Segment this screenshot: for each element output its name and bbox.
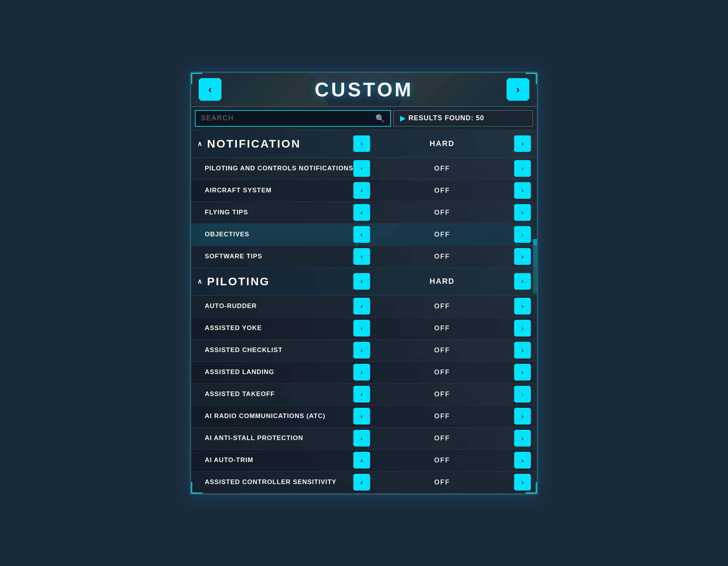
value-display-piloting-6: OFF <box>370 434 514 442</box>
section-value-notification: HARD <box>370 139 514 148</box>
value-prev-btn-piloting-8[interactable]: ‹ <box>353 474 370 491</box>
value-control-piloting-4: ‹ OFF › <box>353 386 531 402</box>
header: ‹ CUSTOM › <box>191 73 537 107</box>
value-next-btn-notification-2[interactable]: › <box>514 204 531 221</box>
page-title: CUSTOM <box>221 78 507 101</box>
value-prev-btn-piloting-7[interactable]: ‹ <box>353 452 370 469</box>
value-prev-btn-notification-4[interactable]: ‹ <box>353 248 370 265</box>
corner-decoration-br <box>526 482 537 494</box>
results-bar: ▶ RESULTS FOUND: 50 <box>393 110 533 127</box>
section-title-piloting: ∧ PILOTING <box>197 275 353 288</box>
value-prev-btn-notification-1[interactable]: ‹ <box>353 182 370 199</box>
value-control-piloting-2: ‹ OFF › <box>353 342 531 358</box>
value-display-notification-3: OFF <box>370 231 514 239</box>
value-next-btn-notification-3[interactable]: › <box>514 226 531 243</box>
setting-row-piloting-2: ASSISTED CHECKLIST ‹ OFF › <box>191 340 537 362</box>
section-header-notification: ∧ NOTIFICATION ‹ HARD › <box>191 130 537 158</box>
value-next-btn-piloting-7[interactable]: › <box>514 452 531 469</box>
section-value-control-notification: ‹ HARD › <box>353 135 531 152</box>
value-display-piloting-2: OFF <box>370 346 514 354</box>
setting-row-notification-1: AIRCRAFT SYSTEM ‹ OFF › <box>191 180 537 202</box>
setting-row-piloting-0: AUTO-RUDDER ‹ OFF › <box>191 296 537 318</box>
value-control-piloting-1: ‹ OFF › <box>353 320 531 336</box>
setting-label-piloting-1: ASSISTED YOKE <box>205 324 353 332</box>
section-value-control-piloting: ‹ HARD › <box>353 273 531 290</box>
section-chevron-notification: ∧ <box>197 140 203 148</box>
value-display-notification-4: OFF <box>370 253 514 261</box>
value-prev-btn-piloting-4[interactable]: ‹ <box>353 386 370 402</box>
value-display-piloting-5: OFF <box>370 412 514 420</box>
setting-row-notification-2: FLYING TIPS ‹ OFF › <box>191 202 537 224</box>
setting-row-piloting-7: AI AUTO-TRIM ‹ OFF › <box>191 450 537 472</box>
value-control-piloting-3: ‹ OFF › <box>353 364 531 380</box>
value-next-btn-piloting-6[interactable]: › <box>514 430 531 447</box>
setting-label-notification-4: SOFTWARE TIPS <box>205 253 353 260</box>
setting-label-piloting-5: AI RADIO COMMUNICATIONS (ATC) <box>205 412 353 420</box>
value-display-piloting-0: OFF <box>370 302 514 310</box>
value-display-piloting-3: OFF <box>370 368 514 376</box>
value-prev-btn-piloting-0[interactable]: ‹ <box>353 298 370 314</box>
value-next-btn-piloting-2[interactable]: › <box>514 342 531 358</box>
setting-row-piloting-4: ASSISTED TAKEOFF ‹ OFF › <box>191 384 537 406</box>
corner-decoration-bl <box>191 482 202 494</box>
value-prev-btn-piloting-6[interactable]: ‹ <box>353 430 370 447</box>
setting-row-piloting-3: ASSISTED LANDING ‹ OFF › <box>191 362 537 384</box>
value-prev-btn-piloting-1[interactable]: ‹ <box>353 320 370 336</box>
value-control-notification-4: ‹ OFF › <box>353 248 531 265</box>
value-next-btn-piloting-0[interactable]: › <box>514 298 531 314</box>
value-display-piloting-8: OFF <box>370 478 514 486</box>
value-next-btn-piloting-3[interactable]: › <box>514 364 531 380</box>
value-control-notification-3: ‹ OFF › <box>353 226 531 243</box>
setting-label-piloting-7: AI AUTO-TRIM <box>205 456 353 464</box>
value-prev-btn-notification-3[interactable]: ‹ <box>353 226 370 243</box>
section-title-notification: ∧ NOTIFICATION <box>197 137 353 150</box>
value-next-btn-notification-4[interactable]: › <box>514 248 531 265</box>
section-prev-btn-piloting[interactable]: ‹ <box>353 273 370 290</box>
section-prev-btn-notification[interactable]: ‹ <box>353 135 370 152</box>
setting-label-piloting-3: ASSISTED LANDING <box>205 368 353 376</box>
value-next-btn-piloting-4[interactable]: › <box>514 386 531 402</box>
value-control-notification-1: ‹ OFF › <box>353 182 531 199</box>
setting-label-notification-0: PILOTING AND CONTROLS NOTIFICATIONS <box>205 165 353 172</box>
settings-content: ∧ NOTIFICATION ‹ HARD › PILOTING AND CON… <box>191 130 537 494</box>
setting-row-notification-0: PILOTING AND CONTROLS NOTIFICATIONS ‹ OF… <box>191 158 537 180</box>
value-prev-btn-notification-2[interactable]: ‹ <box>353 204 370 221</box>
value-control-piloting-7: ‹ OFF › <box>353 452 531 469</box>
setting-label-notification-2: FLYING TIPS <box>205 209 353 216</box>
setting-label-piloting-4: ASSISTED TAKEOFF <box>205 390 353 398</box>
main-panel: ‹ CUSTOM › 🔍 ▶ RESULTS FOUND: 50 ∧ NOTIF… <box>190 72 538 495</box>
section-next-btn-piloting[interactable]: › <box>514 273 531 290</box>
setting-label-piloting-6: AI ANTI-STALL PROTECTION <box>205 434 353 442</box>
search-bar: 🔍 ▶ RESULTS FOUND: 50 <box>191 107 537 130</box>
value-prev-btn-notification-0[interactable]: ‹ <box>353 160 370 177</box>
setting-row-notification-4: SOFTWARE TIPS ‹ OFF › <box>191 246 537 268</box>
section-header-piloting: ∧ PILOTING ‹ HARD › <box>191 268 537 296</box>
search-icon-button[interactable]: 🔍 <box>375 114 385 123</box>
setting-label-piloting-0: AUTO-RUDDER <box>205 302 353 310</box>
value-control-piloting-6: ‹ OFF › <box>353 430 531 447</box>
value-control-piloting-5: ‹ OFF › <box>353 408 531 424</box>
setting-label-notification-1: AIRCRAFT SYSTEM <box>205 187 353 194</box>
settings-list: ∧ NOTIFICATION ‹ HARD › PILOTING AND CON… <box>191 130 537 494</box>
results-arrow-icon: ▶ <box>400 114 405 123</box>
value-prev-btn-piloting-3[interactable]: ‹ <box>353 364 370 380</box>
search-input-wrapper[interactable]: 🔍 <box>195 110 391 127</box>
section-value-piloting: HARD <box>370 277 514 286</box>
setting-label-piloting-8: ASSISTED CONTROLLER SENSITIVITY <box>205 478 353 486</box>
setting-row-piloting-5: AI RADIO COMMUNICATIONS (ATC) ‹ OFF › <box>191 406 537 428</box>
value-display-notification-0: OFF <box>370 165 514 173</box>
setting-label-piloting-2: ASSISTED CHECKLIST <box>205 346 353 354</box>
setting-row-piloting-6: AI ANTI-STALL PROTECTION ‹ OFF › <box>191 428 537 450</box>
setting-row-piloting-1: ASSISTED YOKE ‹ OFF › <box>191 318 537 340</box>
setting-label-notification-3: OBJECTIVES <box>205 231 353 238</box>
value-control-piloting-0: ‹ OFF › <box>353 298 531 314</box>
section-next-btn-notification[interactable]: › <box>514 135 531 152</box>
value-next-btn-notification-1[interactable]: › <box>514 182 531 199</box>
value-next-btn-piloting-1[interactable]: › <box>514 320 531 336</box>
value-prev-btn-piloting-2[interactable]: ‹ <box>353 342 370 358</box>
value-next-btn-piloting-5[interactable]: › <box>514 408 531 424</box>
search-input[interactable] <box>201 114 375 122</box>
value-prev-btn-piloting-5[interactable]: ‹ <box>353 408 370 424</box>
section-chevron-piloting: ∧ <box>197 277 203 286</box>
value-next-btn-notification-0[interactable]: › <box>514 160 531 177</box>
